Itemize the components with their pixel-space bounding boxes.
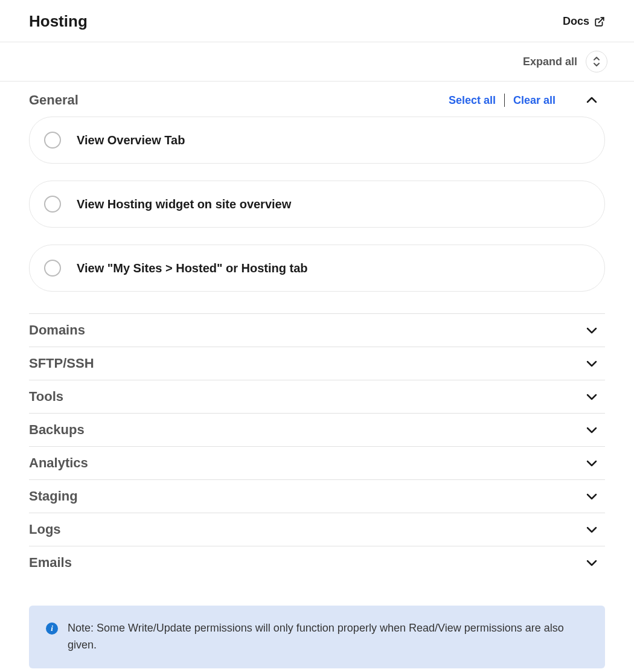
external-link-icon	[594, 16, 605, 27]
section-title: Logs	[29, 522, 61, 537]
docs-label: Docs	[563, 15, 589, 28]
chevron-down-icon	[586, 393, 598, 400]
chevron-up-icon	[586, 97, 598, 104]
section-title: Staging	[29, 488, 78, 504]
chevron-down-icon	[586, 559, 598, 566]
section-row-logs[interactable]: Logs	[29, 513, 605, 546]
section-row-backups[interactable]: Backups	[29, 413, 605, 446]
page-header: Hosting Docs	[0, 0, 634, 42]
clear-all-button[interactable]: Clear all	[512, 94, 557, 107]
section-header-general: General Select all Clear all	[29, 82, 605, 117]
info-icon: i	[46, 622, 58, 635]
content-area: General Select all Clear all View Overvi…	[0, 82, 634, 672]
note-box: i Note: Some Write/Update permissions wi…	[29, 606, 605, 668]
divider	[504, 94, 505, 107]
permission-label: View "My Sites > Hosted" or Hosting tab	[77, 261, 308, 275]
radio-unchecked-icon[interactable]	[44, 132, 61, 149]
section-title: SFTP/SSH	[29, 356, 94, 371]
section-title: Domains	[29, 322, 85, 338]
permission-item[interactable]: View Hosting widget on site overview	[29, 181, 605, 228]
section-row-tools[interactable]: Tools	[29, 380, 605, 413]
expand-all-button[interactable]	[586, 51, 607, 72]
expand-all-row: Expand all	[0, 42, 634, 82]
section-title: Analytics	[29, 455, 88, 471]
permission-item[interactable]: View Overview Tab	[29, 117, 605, 164]
permission-item[interactable]: View "My Sites > Hosted" or Hosting tab	[29, 245, 605, 292]
page-title: Hosting	[29, 12, 88, 31]
section-title: Emails	[29, 555, 72, 571]
section-title-general: General	[29, 92, 447, 108]
chevron-down-icon	[586, 360, 598, 367]
radio-unchecked-icon[interactable]	[44, 196, 61, 213]
permission-label: View Overview Tab	[77, 133, 185, 147]
expand-all-label: Expand all	[523, 56, 577, 68]
section-title: Tools	[29, 389, 63, 405]
section-row-emails[interactable]: Emails	[29, 546, 605, 579]
section-row-analytics[interactable]: Analytics	[29, 446, 605, 479]
collapse-general-button[interactable]	[586, 97, 598, 104]
note-text: Note: Some Write/Update permissions will…	[68, 620, 588, 654]
chevron-down-icon	[593, 62, 600, 67]
section-row-staging[interactable]: Staging	[29, 479, 605, 513]
permission-label: View Hosting widget on site overview	[77, 197, 291, 211]
chevron-down-icon	[586, 493, 598, 500]
svg-line-0	[599, 18, 604, 22]
section-row-sftp-ssh[interactable]: SFTP/SSH	[29, 347, 605, 380]
docs-link[interactable]: Docs	[563, 15, 605, 28]
radio-unchecked-icon[interactable]	[44, 260, 61, 277]
chevron-up-icon	[593, 56, 600, 61]
permission-list-general: View Overview Tab View Hosting widget on…	[29, 117, 605, 313]
chevron-down-icon	[586, 327, 598, 334]
select-all-button[interactable]: Select all	[447, 94, 497, 107]
chevron-down-icon	[586, 459, 598, 467]
section-title: Backups	[29, 422, 85, 438]
chevron-down-icon	[586, 526, 598, 533]
section-row-domains[interactable]: Domains	[29, 313, 605, 347]
chevron-down-icon	[586, 426, 598, 434]
